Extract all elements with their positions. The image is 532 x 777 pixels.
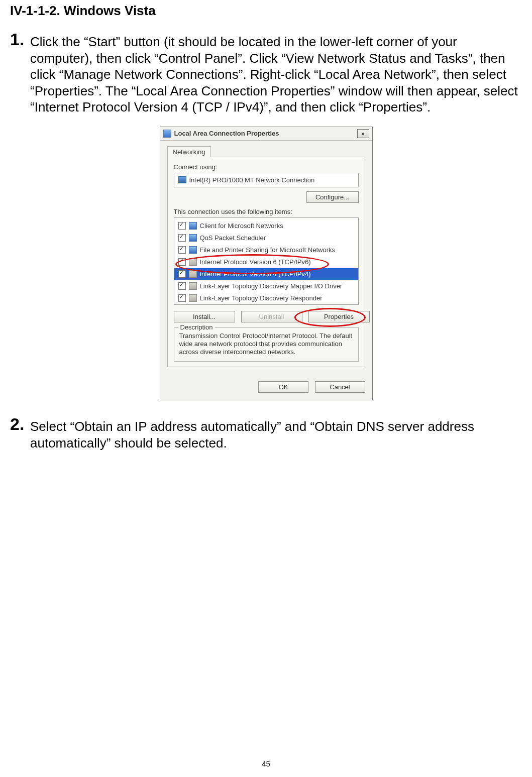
adapter-field: Intel(R) PRO/1000 MT Network Connection (174, 173, 359, 187)
step-2: 2. Select “Obtain an IP address automati… (10, 415, 522, 451)
checkbox-icon[interactable] (178, 294, 186, 302)
step-text-1: Click the “Start” button (it should be l… (30, 31, 522, 116)
figure-wrap: Local Area Connection Properties × Netwo… (10, 127, 522, 401)
list-item-label: Internet Protocol Version 6 (TCP/IPv6) (200, 258, 311, 266)
list-item-selected-ipv4[interactable]: Internet Protocol Version 4 (TCP/IPv4) (174, 268, 358, 280)
list-item[interactable]: Link-Layer Topology Discovery Responder (174, 292, 358, 304)
list-item-label: Client for Microsoft Networks (200, 222, 283, 230)
list-item-label: QoS Packet Scheduler (200, 234, 266, 242)
list-item-label: Link-Layer Topology Discovery Responder (200, 294, 323, 302)
list-item-label: Link-Layer Topology Discovery Mapper I/O… (200, 282, 343, 290)
item-buttons-row: Install... Uninstall Properties (174, 311, 359, 322)
dialog-title: Local Area Connection Properties (174, 130, 279, 137)
cancel-button[interactable]: Cancel (315, 381, 365, 393)
uninstall-button: Uninstall (241, 311, 302, 322)
list-item[interactable]: Client for Microsoft Networks (174, 220, 358, 232)
checkbox-icon[interactable] (178, 222, 186, 230)
configure-button[interactable]: Configure... (306, 191, 359, 203)
connect-using-label: Connect using: (174, 163, 359, 171)
adapter-icon (178, 176, 186, 183)
checkbox-icon[interactable] (178, 246, 186, 254)
list-item-label: Internet Protocol Version 4 (TCP/IPv4) (200, 270, 311, 278)
list-item[interactable]: Internet Protocol Version 6 (TCP/IPv6) (174, 256, 358, 268)
component-icon (189, 294, 197, 302)
step-number-2: 2. (10, 415, 30, 432)
list-item[interactable]: File and Printer Sharing for Microsoft N… (174, 244, 358, 256)
step-1: 1. Click the “Start” button (it should b… (10, 31, 522, 116)
adapter-name: Intel(R) PRO/1000 MT Network Connection (189, 176, 315, 184)
component-icon (189, 258, 197, 266)
list-item[interactable]: QoS Packet Scheduler (174, 232, 358, 244)
dialog-footer: OK Cancel (160, 374, 372, 400)
description-fieldset: Description Transmission Control Protoco… (174, 327, 359, 362)
step-text-2: Select “Obtain an IP address automatical… (30, 415, 522, 451)
list-item[interactable]: Link-Layer Topology Discovery Mapper I/O… (174, 280, 358, 292)
checkbox-icon[interactable] (178, 282, 186, 290)
description-text: Transmission Control Protocol/Internet P… (179, 332, 353, 357)
document-page: IV-1-1-2. Windows Vista 1. Click the “St… (0, 0, 532, 777)
description-legend: Description (178, 323, 215, 331)
tab-networking[interactable]: Networking (167, 146, 211, 157)
component-icon (189, 270, 197, 278)
window-icon (163, 130, 171, 138)
component-icon (189, 246, 197, 254)
close-button[interactable]: × (357, 129, 369, 138)
tab-panel: Connect using: Intel(R) PRO/1000 MT Netw… (167, 157, 365, 368)
checkbox-icon[interactable] (178, 258, 186, 266)
dialog-titlebar: Local Area Connection Properties × (160, 127, 372, 141)
list-item-label: File and Printer Sharing for Microsoft N… (200, 246, 335, 254)
connection-items-list[interactable]: Client for Microsoft Networks QoS Packet… (174, 217, 359, 305)
ok-button[interactable]: OK (258, 381, 308, 393)
component-icon (189, 234, 197, 242)
configure-row: Configure... (174, 191, 359, 203)
section-heading: IV-1-1-2. Windows Vista (10, 3, 522, 19)
properties-button[interactable]: Properties (308, 311, 370, 322)
component-icon (189, 282, 197, 290)
checkbox-icon[interactable] (178, 270, 186, 278)
items-label: This connection uses the following items… (174, 208, 359, 215)
dialog-body: Networking Connect using: Intel(R) PRO/1… (160, 141, 372, 375)
step-number-1: 1. (10, 31, 30, 48)
checkbox-icon[interactable] (178, 234, 186, 242)
dialog-local-area-connection-properties: Local Area Connection Properties × Netwo… (160, 127, 373, 401)
install-button[interactable]: Install... (174, 311, 235, 322)
page-number: 45 (0, 759, 532, 768)
component-icon (189, 222, 197, 230)
